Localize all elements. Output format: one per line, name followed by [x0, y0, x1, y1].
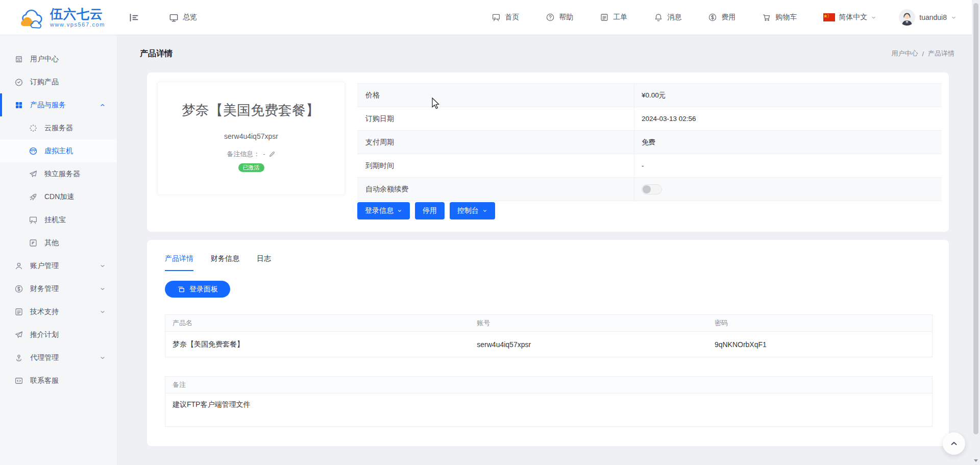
cell-product-name: 梦奈【美国免费套餐】	[165, 340, 470, 349]
nav-item-tickets[interactable]: 工单	[600, 13, 627, 22]
sidebar-item-contact-support[interactable]: 联系客服	[0, 369, 117, 392]
nav-item-messages[interactable]: 消息	[654, 13, 681, 22]
chevron-down-icon	[100, 355, 106, 361]
nav-item-billing[interactable]: 费用	[708, 13, 736, 22]
button-label: 停用	[423, 206, 437, 215]
account-table: 产品名 账号 密码 梦奈【美国免费套餐】 serw4u4iq57xpsr 9qN…	[165, 314, 933, 357]
cell-password: 9qNKNOrbXqF1	[707, 340, 932, 349]
info-label: 到期时间	[357, 154, 634, 177]
sidebar-item-order-products[interactable]: 订购产品	[0, 70, 117, 93]
badge-check-icon	[14, 78, 23, 87]
sidebar-item-other[interactable]: 其他	[0, 231, 117, 254]
sidebar-item-guajibao[interactable]: 挂机宝	[0, 208, 117, 231]
dollar-icon	[708, 13, 717, 22]
sidebar-item-dedicated-server[interactable]: 独立服务器	[0, 162, 117, 185]
note-label: 备注信息：	[227, 150, 260, 159]
cart-icon	[762, 13, 771, 22]
disable-button[interactable]: 停用	[415, 202, 445, 219]
info-label: 支付周期	[357, 131, 634, 154]
account-table-row: 梦奈【美国免费套餐】 serw4u4iq57xpsr 9qNKNOrbXqF1	[165, 332, 932, 357]
storefront-icon	[14, 55, 23, 64]
info-label: 价格	[357, 84, 634, 107]
logo-text: 伍六七云 www.vps567.com	[50, 7, 105, 27]
sidebar-item-label: 用户中心	[30, 55, 59, 64]
info-row-auto-renew: 自动余额续费	[357, 178, 942, 201]
sidebar-item-account-management[interactable]: 账户管理	[0, 254, 117, 277]
auto-renew-toggle[interactable]	[642, 184, 662, 194]
sidebar-item-finance-management[interactable]: 财务管理	[0, 277, 117, 300]
col-header-product: 产品名	[165, 319, 470, 328]
status-badge: 已激活	[238, 163, 264, 172]
code-chat-icon	[14, 376, 23, 385]
overview-label: 总览	[183, 13, 197, 22]
info-label: 订购日期	[357, 107, 634, 130]
user-menu[interactable]: tuandui8	[899, 9, 957, 26]
nav-item-cart[interactable]: 购物车	[762, 13, 797, 22]
info-row-expiry: 到期时间 -	[357, 154, 942, 178]
chevron-down-icon	[100, 286, 106, 292]
sidebar-item-label: 订购产品	[30, 78, 59, 87]
product-box: 梦奈【美国免费套餐】 serw4u4iq57xpsr 备注信息： - 已激活	[157, 82, 345, 195]
page-title: 产品详情	[140, 48, 173, 59]
scrollbar-down-arrow[interactable]	[974, 459, 978, 462]
scrollbar-thumb[interactable]	[973, 3, 978, 434]
back-to-top-button[interactable]	[943, 432, 965, 455]
sidebar-item-tech-support[interactable]: 技术支持	[0, 300, 117, 323]
sidebar-item-cloud-server[interactable]: 云服务器	[0, 116, 117, 139]
chevron-up-icon	[100, 102, 106, 108]
login-panel-button[interactable]: 登录面板	[165, 281, 230, 298]
chevron-down-icon	[100, 309, 106, 315]
breadcrumb-user-center[interactable]: 用户中心	[891, 49, 918, 58]
sidebar-item-label: 挂机宝	[44, 215, 66, 225]
top-nav: 首页 帮助 工单 消息 费用	[465, 9, 980, 26]
sidebar-item-cdn[interactable]: CDN加速	[0, 185, 117, 208]
note-table: 备注 建议FTP客户端管理文件	[165, 376, 933, 427]
language-selector[interactable]: 简体中文	[823, 13, 876, 22]
sidebar-item-label: 代理管理	[30, 353, 59, 362]
info-value: ¥0.00元	[634, 84, 942, 107]
nav-label: 帮助	[559, 13, 573, 22]
panel-window-icon	[177, 285, 185, 293]
vertical-scrollbar[interactable]	[972, 0, 980, 465]
sidebar-item-agent-management[interactable]: 代理管理	[0, 346, 117, 369]
sidebar-collapse-button[interactable]	[129, 12, 139, 23]
sidebar-item-products-services[interactable]: 产品与服务	[0, 93, 117, 116]
info-row-billing-cycle: 支付周期 免费	[357, 131, 942, 154]
info-value: 免费	[634, 131, 942, 154]
avatar	[899, 9, 915, 26]
note-table-content: 建议FTP客户端管理文件	[165, 394, 932, 426]
top-bar: 伍六七云 www.vps567.com 总览 首页 帮助	[0, 0, 980, 35]
info-value	[634, 178, 942, 201]
tab-finance-info[interactable]: 财务信息	[211, 254, 239, 271]
brand-url: www.vps567.com	[50, 21, 105, 28]
loader-dots-icon	[29, 124, 38, 133]
col-header-password: 密码	[707, 319, 932, 328]
overview-tab[interactable]: 总览	[169, 13, 197, 22]
logo[interactable]: 伍六七云 www.vps567.com	[0, 6, 117, 29]
breadcrumb-product-detail: 产品详情	[928, 49, 954, 58]
nav-label: 工单	[613, 13, 627, 22]
nav-label: 首页	[505, 13, 519, 22]
main-content: 产品详情 用户中心 / 产品详情 梦奈【美国免费套餐】 serw4u4iq57x…	[117, 35, 972, 465]
tab-logs[interactable]: 日志	[257, 254, 271, 271]
grid-icon	[14, 101, 23, 110]
breadcrumb-separator: /	[922, 50, 924, 58]
cloud-logo-icon	[19, 6, 46, 29]
sidebar-item-label: 联系客服	[30, 376, 59, 385]
login-info-button[interactable]: 登录信息	[357, 202, 410, 219]
sidebar-item-user-center[interactable]: 用户中心	[0, 47, 117, 70]
tab-product-detail[interactable]: 产品详情	[165, 254, 193, 271]
chevron-down-icon	[871, 15, 876, 20]
edit-pencil-icon[interactable]	[268, 151, 276, 158]
chevron-down-icon	[100, 263, 106, 269]
sidebar-item-label: 账户管理	[30, 261, 59, 271]
info-label: 自动余额续费	[357, 178, 634, 201]
product-actions: 登录信息 停用 控制台	[357, 202, 495, 219]
sidebar-item-virtual-hosting[interactable]: 虚拟主机	[0, 139, 117, 162]
nav-item-help[interactable]: 帮助	[546, 13, 573, 22]
nav-item-home[interactable]: 首页	[492, 13, 519, 22]
console-button[interactable]: 控制台	[450, 202, 495, 219]
sidebar-item-label: 财务管理	[30, 284, 59, 293]
detail-tabs: 产品详情 财务信息 日志	[165, 254, 271, 271]
sidebar-item-referral-program[interactable]: 推介计划	[0, 323, 117, 346]
